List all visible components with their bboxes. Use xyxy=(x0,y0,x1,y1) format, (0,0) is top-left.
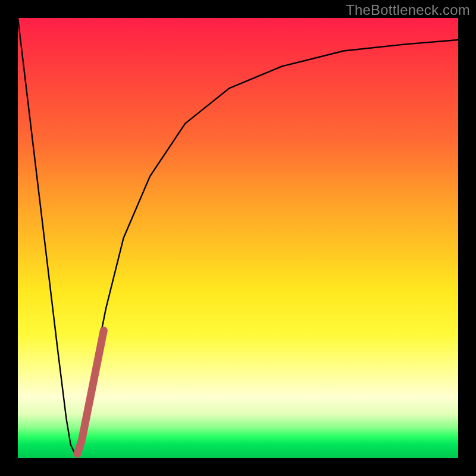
watermark-text: TheBottleneck.com xyxy=(346,2,470,18)
main-curve xyxy=(18,18,458,454)
chart-plot-area xyxy=(18,18,458,458)
chart-frame: TheBottleneck.com xyxy=(0,0,476,476)
chart-svg xyxy=(18,18,458,458)
highlight-segment xyxy=(77,330,104,453)
